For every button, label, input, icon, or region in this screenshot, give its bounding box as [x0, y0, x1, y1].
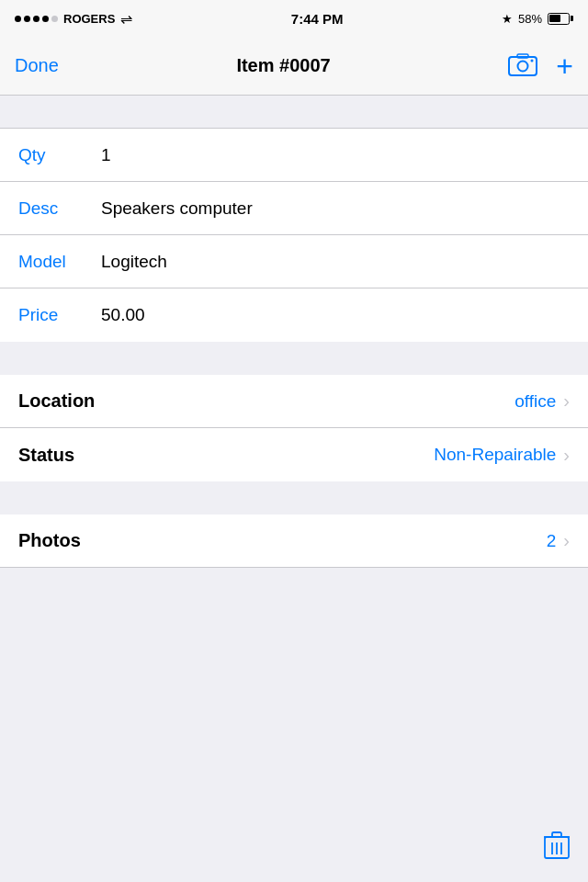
- photos-row[interactable]: Photos 2 ›: [0, 514, 588, 568]
- battery-icon: [548, 13, 573, 25]
- desc-value[interactable]: Speakers computer: [101, 198, 570, 219]
- camera-icon: [508, 52, 537, 76]
- price-row: Price 50.00: [0, 288, 588, 342]
- wifi-icon: ⇌: [120, 10, 132, 28]
- model-value[interactable]: Logitech: [101, 252, 570, 272]
- status-right: ★ 58%: [502, 12, 573, 26]
- mid-separator: [0, 342, 588, 375]
- bottom-area: [0, 568, 588, 882]
- dot5: [51, 16, 58, 22]
- price-value[interactable]: 50.00: [101, 305, 570, 325]
- nav-title: Item #0007: [236, 55, 330, 76]
- qty-value[interactable]: 1: [101, 145, 570, 165]
- status-time: 7:44 PM: [291, 11, 344, 27]
- qty-label: Qty: [18, 145, 101, 165]
- svg-point-3: [531, 59, 534, 62]
- top-spacer: [0, 96, 588, 129]
- status-label: Status: [18, 445, 434, 466]
- location-label: Location: [18, 390, 514, 412]
- status-chevron-icon: ›: [563, 445, 570, 466]
- location-row[interactable]: Location office ›: [0, 375, 588, 428]
- status-left: ROGERS ⇌: [15, 10, 132, 28]
- status-value: Non-Repairable: [434, 445, 556, 465]
- price-label: Price: [18, 305, 101, 325]
- qty-row: Qty 1: [0, 129, 588, 182]
- dot1: [15, 16, 21, 22]
- model-row: Model Logitech: [0, 235, 588, 288]
- add-button[interactable]: +: [556, 51, 573, 81]
- dot3: [33, 16, 40, 22]
- location-chevron-icon: ›: [563, 390, 570, 412]
- status-bar: ROGERS ⇌ 7:44 PM ★ 58%: [0, 0, 588, 37]
- photos-section: Photos 2 ›: [0, 514, 588, 568]
- lower-separator: [0, 481, 588, 514]
- nav-actions: +: [508, 51, 573, 81]
- list-section: Location office › Status Non-Repairable …: [0, 375, 588, 481]
- signal-dots: [15, 16, 58, 22]
- carrier-label: ROGERS: [63, 12, 115, 26]
- battery-tip: [571, 16, 573, 21]
- photos-label: Photos: [18, 530, 547, 551]
- dot4: [42, 16, 49, 22]
- bluetooth-icon: ★: [502, 12, 513, 26]
- photos-count: 2: [547, 531, 557, 551]
- done-button[interactable]: Done: [15, 55, 59, 76]
- delete-button[interactable]: [544, 831, 570, 864]
- camera-button[interactable]: [508, 52, 537, 80]
- dot2: [24, 16, 30, 22]
- battery-body: [548, 13, 570, 25]
- photos-chevron-icon: ›: [563, 530, 570, 551]
- desc-label: Desc: [18, 198, 101, 219]
- trash-icon: [544, 831, 570, 860]
- main-content: Qty 1 Desc Speakers computer Model Logit…: [0, 96, 588, 882]
- nav-bar: Done Item #0007 +: [0, 37, 588, 96]
- svg-rect-6: [552, 832, 561, 837]
- form-section: Qty 1 Desc Speakers computer Model Logit…: [0, 129, 588, 342]
- location-value: office: [514, 391, 556, 412]
- battery-fill: [549, 15, 560, 22]
- battery-percent: 58%: [518, 12, 542, 26]
- status-row[interactable]: Status Non-Repairable ›: [0, 428, 588, 481]
- desc-row: Desc Speakers computer: [0, 182, 588, 235]
- model-label: Model: [18, 252, 101, 272]
- svg-point-1: [518, 61, 528, 71]
